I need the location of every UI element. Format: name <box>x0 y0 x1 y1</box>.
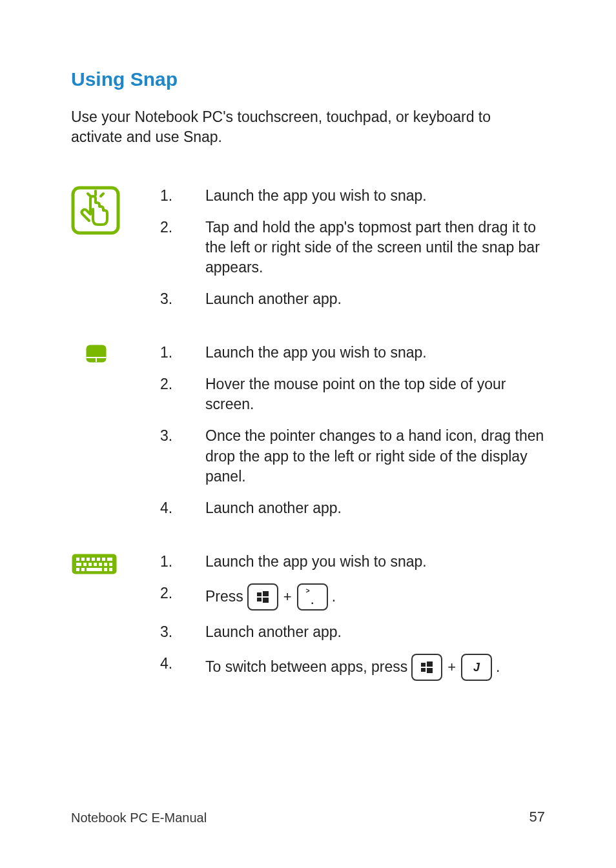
windows-key-icon <box>411 654 442 681</box>
list-item: 2. Press + > . . <box>160 583 545 611</box>
list-item: 3. Launch another app. <box>160 622 545 642</box>
svg-rect-15 <box>76 563 81 566</box>
list-text: Launch the app you wish to snap. <box>205 343 545 363</box>
switch-label: To switch between apps, press <box>205 657 407 677</box>
svg-rect-22 <box>76 568 79 571</box>
touchscreen-steps: 1. Launch the app you wish to snap. 2. T… <box>160 186 545 309</box>
svg-line-3 <box>101 194 103 196</box>
list-text: Launch another app. <box>205 622 545 642</box>
plus-sign: + <box>446 658 457 677</box>
list-item: 1. Launch the app you wish to snap. <box>160 552 545 572</box>
list-item: 2. Tap and hold the app's topmost part t… <box>160 217 545 278</box>
svg-rect-31 <box>421 663 426 667</box>
keyboard-icon-col <box>71 552 160 681</box>
touchpad-block: 1. Launch the app you wish to snap. 2. H… <box>71 343 545 518</box>
svg-rect-32 <box>427 661 433 667</box>
list-item: 4. Launch another app. <box>160 498 545 518</box>
svg-rect-24 <box>87 568 102 571</box>
list-text: Launch the app you wish to snap. <box>205 186 545 206</box>
list-text: Launch another app. <box>205 498 545 518</box>
list-number: 2. <box>160 583 205 611</box>
list-item: 3. Once the pointer changes to a hand ic… <box>160 426 545 486</box>
list-number: 3. <box>160 622 205 642</box>
list-item: 2. Hover the mouse point on the top side… <box>160 374 545 414</box>
period-key-main: . <box>311 596 313 606</box>
list-number: 3. <box>160 426 205 486</box>
section-heading: Using Snap <box>71 68 545 90</box>
period-key-icon: > . <box>297 583 328 611</box>
svg-rect-20 <box>104 563 107 566</box>
press-label: Press <box>205 587 243 607</box>
svg-rect-28 <box>263 591 269 596</box>
touchscreen-block: 1. Launch the app you wish to snap. 2. T… <box>71 186 545 309</box>
sentence-period: . <box>332 587 336 607</box>
keyboard-steps: 1. Launch the app you wish to snap. 2. P… <box>160 552 545 681</box>
svg-line-1 <box>88 194 90 196</box>
list-number: 1. <box>160 552 205 572</box>
list-text: Press + > . . <box>205 583 545 611</box>
list-text: Launch another app. <box>205 289 545 309</box>
sentence-period: . <box>496 657 500 677</box>
list-item: 1. Launch the app you wish to snap. <box>160 343 545 363</box>
list-number: 4. <box>160 498 205 518</box>
touchpad-icon-col <box>71 343 160 518</box>
svg-rect-12 <box>97 558 100 561</box>
svg-rect-27 <box>257 592 262 596</box>
svg-rect-26 <box>109 568 112 571</box>
svg-rect-17 <box>88 563 92 566</box>
svg-rect-14 <box>107 558 112 561</box>
svg-rect-11 <box>92 558 95 561</box>
windows-key-icon <box>247 583 278 611</box>
svg-rect-33 <box>421 668 426 672</box>
keyboard-icon <box>71 553 160 575</box>
touchscreen-icon-col <box>71 186 160 309</box>
svg-rect-19 <box>99 563 102 566</box>
svg-rect-16 <box>83 563 87 566</box>
list-number: 1. <box>160 343 205 363</box>
list-item: 1. Launch the app you wish to snap. <box>160 186 545 206</box>
svg-rect-34 <box>427 668 433 673</box>
touchpad-steps: 1. Launch the app you wish to snap. 2. H… <box>160 343 545 518</box>
document-page: Using Snap Use your Notebook PC's touchs… <box>0 0 616 868</box>
list-number: 1. <box>160 186 205 206</box>
list-text: Hover the mouse point on the top side of… <box>205 374 545 414</box>
plus-sign: + <box>282 587 293 607</box>
j-key-label: J <box>473 660 480 675</box>
intro-paragraph: Use your Notebook PC's touchscreen, touc… <box>71 107 545 147</box>
list-number: 3. <box>160 289 205 309</box>
list-text: Launch the app you wish to snap. <box>205 552 545 572</box>
page-footer: Notebook PC E-Manual 57 <box>71 809 545 825</box>
svg-rect-29 <box>257 598 262 601</box>
list-item: 4. To switch between apps, press + J . <box>160 654 545 681</box>
svg-rect-30 <box>263 598 269 603</box>
svg-rect-23 <box>81 568 85 571</box>
list-text: Tap and hold the app's topmost part then… <box>205 217 545 278</box>
footer-title: Notebook PC E-Manual <box>71 811 207 825</box>
touchpad-icon <box>85 344 160 363</box>
list-text: Once the pointer changes to a hand icon,… <box>205 426 545 486</box>
list-item: 3. Launch another app. <box>160 289 545 309</box>
page-number: 57 <box>529 809 545 825</box>
svg-rect-25 <box>104 568 107 571</box>
list-number: 2. <box>160 374 205 414</box>
period-key-superscript: > <box>303 588 310 594</box>
touchscreen-icon <box>71 186 160 235</box>
list-text: To switch between apps, press + J . <box>205 654 545 681</box>
svg-rect-10 <box>87 558 90 561</box>
list-number: 2. <box>160 217 205 278</box>
svg-rect-13 <box>102 558 105 561</box>
svg-rect-9 <box>81 558 85 561</box>
j-key: J <box>461 654 492 681</box>
svg-rect-8 <box>76 558 79 561</box>
list-number: 4. <box>160 654 205 681</box>
keyboard-block: 1. Launch the app you wish to snap. 2. P… <box>71 552 545 681</box>
svg-rect-18 <box>94 563 97 566</box>
svg-rect-21 <box>109 563 112 566</box>
